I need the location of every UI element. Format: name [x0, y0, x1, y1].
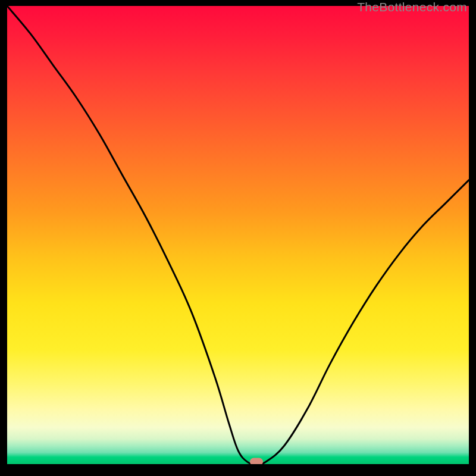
watermark-text: TheBottleneck.com [357, 0, 467, 14]
plot-area [7, 6, 469, 464]
minimum-marker [250, 458, 263, 465]
line-curve [7, 6, 469, 464]
chart-stage: TheBottleneck.com [0, 0, 476, 476]
